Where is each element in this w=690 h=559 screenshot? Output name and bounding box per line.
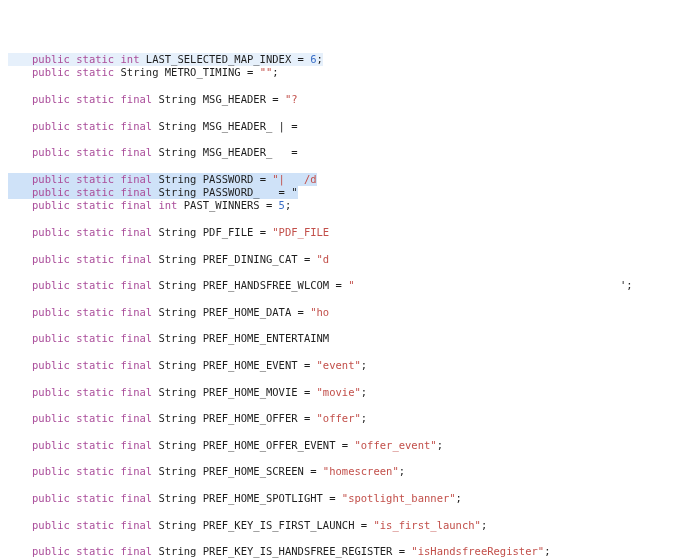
identifier: PREF_HOME_SCREEN xyxy=(203,465,304,477)
code-line[interactable]: public static final String PREF_HOME_OFF… xyxy=(8,439,690,452)
keyword: static xyxy=(76,306,114,318)
code-line[interactable]: public static final String PREF_HANDSFRE… xyxy=(8,279,690,292)
type: String xyxy=(121,66,159,78)
keyword: static xyxy=(76,386,114,398)
keyword: final xyxy=(121,412,153,424)
code-line[interactable]: public static final int PAST_WINNERS = 5… xyxy=(8,199,690,212)
type: String xyxy=(158,386,196,398)
code-line[interactable]: public static final String PREF_HOME_MOV… xyxy=(8,386,690,399)
keyword: static xyxy=(76,412,114,424)
keyword: static xyxy=(76,93,114,105)
identifier: LAST_SELECTED_MAP_INDEX xyxy=(146,53,291,65)
indent xyxy=(8,306,32,319)
type: String xyxy=(158,186,196,198)
keyword: static xyxy=(76,146,114,158)
trailing: '; xyxy=(354,279,632,291)
code-line[interactable]: public static final String PREF_KEY_IS_F… xyxy=(8,519,690,532)
keyword: static xyxy=(76,492,114,504)
semicolon: ; xyxy=(361,359,367,371)
identifier: MSG_HEADER_ xyxy=(203,146,273,158)
keyword: public xyxy=(32,332,70,344)
code-line[interactable]: public static final String PREF_HOME_SCR… xyxy=(8,465,690,478)
code-line[interactable]: public static final String PASSWORD = "|… xyxy=(8,173,317,186)
code-line[interactable]: public static final String PDF_FILE = "P… xyxy=(8,226,690,239)
op: = xyxy=(323,492,342,504)
string-literal: "homescreen" xyxy=(323,465,399,477)
code-line[interactable]: public static final String PREF_HOME_DAT… xyxy=(8,306,690,319)
identifier: PREF_HOME_OFFER xyxy=(203,412,298,424)
string-literal: "| /d xyxy=(272,173,316,185)
identifier: PREF_KEY_IS_HANDSFREE_REGISTER xyxy=(203,545,393,557)
keyword: final xyxy=(121,439,153,451)
string-literal: "offer" xyxy=(317,412,361,424)
keyword: final xyxy=(121,492,153,504)
code-line[interactable]: public static final String MSG_HEADER_ |… xyxy=(8,120,690,133)
string-literal: "d xyxy=(317,253,330,265)
code-line[interactable]: public static String METRO_TIMING = ""; xyxy=(8,66,690,79)
code-line[interactable]: public static final String PREF_HOME_OFF… xyxy=(8,412,690,425)
identifier: PREF_DINING_CAT xyxy=(203,253,298,265)
keyword: static xyxy=(76,199,114,211)
code-line[interactable]: public static final String PREF_HOME_EVE… xyxy=(8,359,690,372)
keyword: public xyxy=(32,173,70,185)
op: = xyxy=(354,519,373,531)
op: = xyxy=(298,253,317,265)
type: String xyxy=(158,146,196,158)
type: String xyxy=(158,173,196,185)
semicolon: ; xyxy=(272,66,278,78)
identifier: PREF_KEY_IS_FIRST_LAUNCH xyxy=(203,519,355,531)
code-line[interactable]: public static final String PREF_HOME_ENT… xyxy=(8,332,690,345)
keyword: final xyxy=(121,93,153,105)
semicolon: ; xyxy=(481,519,487,531)
keyword: static xyxy=(76,253,114,265)
indent xyxy=(8,199,32,212)
indent xyxy=(8,545,32,558)
op: | = xyxy=(272,120,297,132)
code-line[interactable]: public static final String PASSWORD_ = " xyxy=(8,186,298,199)
string-literal: "ho xyxy=(310,306,329,318)
type: String xyxy=(158,465,196,477)
keyword: public xyxy=(32,120,70,132)
keyword: static xyxy=(76,332,114,344)
keyword: public xyxy=(32,53,70,65)
code-line[interactable]: public static final String PREF_KEY_IS_H… xyxy=(8,545,690,558)
identifier: PASSWORD_ xyxy=(203,186,260,198)
keyword: final xyxy=(121,306,153,318)
identifier: MSG_HEADER xyxy=(203,93,266,105)
type: String xyxy=(158,306,196,318)
op: = xyxy=(291,306,310,318)
keyword: public xyxy=(32,199,70,211)
code-line[interactable]: public static final String PREF_DINING_C… xyxy=(8,253,690,266)
string-literal: "" xyxy=(260,66,273,78)
keyword: static xyxy=(76,226,114,238)
op: = xyxy=(260,199,279,211)
keyword: final xyxy=(121,173,153,185)
keyword: static xyxy=(76,465,114,477)
keyword: public xyxy=(32,465,70,477)
code-line[interactable]: public static final String PREF_HOME_SPO… xyxy=(8,492,690,505)
type: String xyxy=(158,359,196,371)
string-literal: "PDF_FILE xyxy=(272,226,329,238)
identifier: PDF_FILE xyxy=(203,226,254,238)
indent xyxy=(8,519,32,532)
semicolon: ; xyxy=(399,465,405,477)
identifier: METRO_TIMING xyxy=(165,66,241,78)
keyword: final xyxy=(121,146,153,158)
op: = xyxy=(298,386,317,398)
code-line[interactable]: public static final String MSG_HEADER = … xyxy=(8,93,690,106)
type: String xyxy=(158,226,196,238)
indent xyxy=(8,253,32,266)
code-line[interactable]: public static int LAST_SELECTED_MAP_INDE… xyxy=(8,53,323,66)
keyword: final xyxy=(121,332,153,344)
op: = xyxy=(253,226,272,238)
code-line[interactable]: public static final String MSG_HEADER_ = xyxy=(8,146,690,159)
indent xyxy=(8,359,32,372)
type: String xyxy=(158,519,196,531)
code-editor: public static int LAST_SELECTED_MAP_INDE… xyxy=(0,53,690,559)
op: = xyxy=(392,545,411,557)
string-literal: "isHandsfreeRegister" xyxy=(411,545,544,557)
op: = xyxy=(329,279,348,291)
identifier: PREF_HOME_ENTERTAINM xyxy=(203,332,329,344)
keyword: final xyxy=(121,465,153,477)
string-literal: "is_first_launch" xyxy=(373,519,480,531)
